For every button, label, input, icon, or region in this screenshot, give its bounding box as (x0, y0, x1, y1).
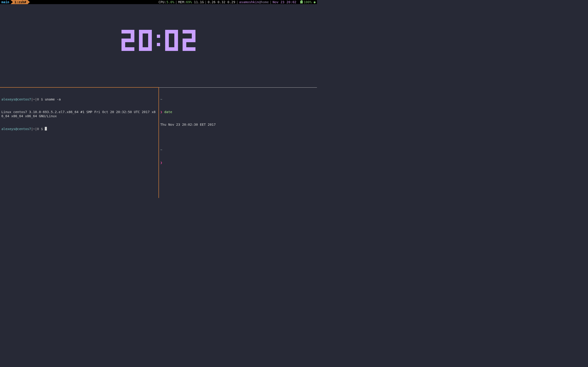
battery-pct: 100% (304, 0, 311, 4)
command-output: Linux centos7 3.10.0-693.5.2.el7.x86_64 … (1, 110, 157, 118)
username: asamoshkin (239, 0, 259, 4)
prompt-symbol: ❯ (160, 110, 162, 114)
cpu-value: 5.0% (166, 0, 174, 4)
terminal-line: alexeys@centos7|~|0 $ (1, 127, 157, 131)
clock-digit (183, 30, 195, 51)
prompt-path: |~|0 $ (31, 98, 45, 101)
bottom-panes: alexeys@centos7|~|0 $ uname -a Linux cen… (0, 87, 317, 198)
big-clock (121, 30, 195, 51)
command-text: uname -a (45, 98, 61, 101)
prompt-path: |~|0 $ (31, 127, 45, 131)
online-dot-icon: ● (313, 0, 316, 4)
terminal-line: ❯ date (160, 110, 316, 114)
command-text: date (164, 110, 172, 114)
powerline-arrow-icon (10, 0, 13, 4)
mem-pct: 69% (186, 0, 192, 4)
separator: | (269, 0, 273, 4)
hostname: @home (259, 0, 269, 4)
clock-digit (121, 30, 134, 51)
battery-icon (300, 1, 303, 3)
separator: | (174, 0, 178, 4)
cursor (45, 127, 47, 131)
terminal-line: alexeys@centos7|~|0 $ uname -a (1, 97, 157, 101)
window-tab[interactable]: 1:zsh# (13, 0, 27, 4)
clock-digit (165, 30, 178, 51)
datetime: Nov 23 20:02 (273, 0, 296, 4)
clock-colon (156, 35, 161, 46)
mem-size: 11.1G (192, 0, 204, 4)
tmux-status-bar: main 1:zsh# CPU: 5.0% | MEM: 69% 11.1G |… (0, 0, 317, 4)
terminal-line: ❯ (160, 161, 316, 165)
powerline-arrow-icon (27, 0, 30, 4)
clock-digit (139, 30, 152, 51)
separator: | (204, 0, 208, 4)
mem-label: MEM: (178, 0, 186, 4)
pane-ssh-shell[interactable]: alexeys@centos7|~|0 $ uname -a Linux cen… (0, 87, 158, 198)
cpu-label: CPU: (158, 0, 166, 4)
prompt-symbol: ❯ (160, 161, 162, 165)
prompt-cwd: ~ (160, 97, 316, 101)
pane-local-shell[interactable]: ~ ❯ date Thu Nov 23 20:02:30 EET 2017 ~ … (159, 87, 317, 198)
status-left: main 1:zsh# (0, 0, 30, 4)
prompt-cwd: ~ (160, 148, 316, 152)
session-name[interactable]: main (0, 0, 10, 4)
tmux-screen: main 1:zsh# CPU: 5.0% | MEM: 69% 11.1G |… (0, 0, 317, 198)
prompt-userhost: alexeys@centos7 (1, 98, 31, 101)
command-output: Thu Nov 23 20:02:30 EET 2017 (160, 123, 316, 127)
separator: | (235, 0, 239, 4)
status-right: CPU: 5.0% | MEM: 69% 11.1G | 0.26 0.32 0… (158, 0, 317, 4)
prompt-userhost: alexeys@centos7 (1, 127, 31, 131)
pane-clock[interactable] (0, 4, 317, 87)
load-avg: 0.26 0.32 0.29 (208, 0, 235, 4)
